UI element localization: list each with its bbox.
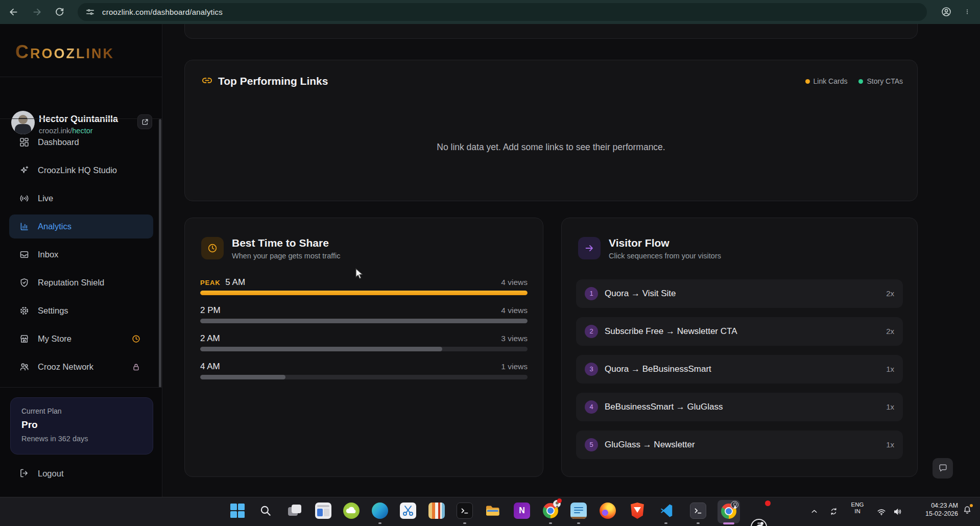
legend-dot-orange	[805, 79, 810, 84]
cloud-app-button[interactable]	[343, 503, 360, 519]
taskbar-search[interactable]	[257, 503, 274, 519]
volume-icon[interactable]	[893, 507, 903, 517]
running-indicator	[757, 522, 760, 524]
gear-icon	[19, 305, 30, 316]
sidebar-scrollbar[interactable]	[159, 119, 161, 388]
plan-renewal: Renews in 362 days	[21, 435, 88, 443]
list-item[interactable]: 3 Quora → BeBusinessSmart 1x	[576, 355, 903, 384]
reload-icon[interactable]	[54, 7, 65, 17]
browser-profile-icon[interactable]	[941, 6, 952, 17]
start-button[interactable]	[229, 503, 246, 519]
notepad-icon	[574, 507, 583, 508]
best-time-row: 4 AM 1 views	[200, 362, 528, 379]
bar-chart-icon	[19, 221, 30, 232]
inbox-icon	[19, 249, 30, 260]
logout-button[interactable]: Logout	[9, 462, 153, 485]
sidebar-item-dashboard[interactable]: Dashboard	[9, 130, 153, 154]
sidebar-item-label: Analytics	[38, 214, 71, 238]
running-indicator	[697, 522, 700, 524]
media-player-button[interactable]	[428, 503, 445, 519]
flow-label: BeBusinessSmart → GluGlass	[605, 393, 723, 421]
step-number-badge: 5	[585, 438, 598, 451]
legend-label: Story CTAs	[867, 77, 903, 85]
storefront-icon	[19, 333, 30, 344]
flow-count: 1x	[886, 355, 894, 384]
sidebar-item-label: Settings	[38, 299, 68, 323]
address-bar[interactable]: croozlink.com/dashboard/analytics	[78, 3, 927, 21]
broadcast-icon	[19, 193, 30, 204]
sidebar-item-reputation-shield[interactable]: Reputation Shield	[9, 271, 153, 295]
time-label: 4 AM	[200, 362, 220, 372]
sidebar-item-crooz-network[interactable]: Crooz Network	[9, 355, 153, 379]
flow-label: Quora → BeBusinessSmart	[605, 355, 711, 384]
sidebar-item-label: CroozLink HQ Studio	[38, 158, 117, 182]
browser-menu-icon[interactable]	[964, 6, 970, 17]
search-icon	[259, 504, 272, 517]
time-label: 2 PM	[200, 305, 221, 316]
list-item[interactable]: 1 Quora → Visit Site 2x	[576, 279, 903, 308]
notepad-button[interactable]	[570, 503, 587, 519]
language-line2: IN	[850, 508, 865, 515]
lock-icon	[131, 362, 141, 372]
wifi-icon[interactable]	[876, 507, 887, 517]
dashboard-icon	[19, 137, 30, 148]
task-view-button[interactable]	[286, 503, 303, 519]
current-plan-card: Current Plan Pro Renews in 362 days	[10, 397, 153, 455]
tray-language-indicator[interactable]: ENGIN	[850, 501, 865, 515]
bar-track	[200, 319, 528, 323]
language-line1: ENG	[850, 501, 865, 508]
chrome-profile-button[interactable]	[542, 503, 559, 519]
terminal-button[interactable]	[457, 503, 473, 519]
cloud-icon	[343, 503, 360, 519]
list-item[interactable]: 4 BeBusinessSmart → GluGlass 1x	[576, 393, 903, 421]
chrome-active-button[interactable]	[718, 500, 740, 523]
back-icon[interactable]	[8, 7, 19, 17]
bar-fill	[200, 375, 285, 379]
notepad-foot	[570, 517, 587, 519]
vscode-button[interactable]	[658, 503, 675, 519]
list-item[interactable]: 5 GluGlass → Newsletter 1x	[576, 431, 903, 459]
views-label: 4 views	[501, 306, 528, 315]
step-number-badge: 4	[585, 400, 598, 414]
sidebar-item-my-store[interactable]: My Store	[9, 327, 153, 351]
sidebar-item-analytics[interactable]: Analytics	[9, 214, 153, 238]
windows-terminal-icon	[692, 505, 704, 516]
notification-bell-icon[interactable]	[962, 505, 972, 515]
sidebar-item-label: Reputation Shield	[38, 271, 104, 295]
url-text[interactable]: croozlink.com/dashboard/analytics	[102, 3, 223, 21]
sidebar-item-inbox[interactable]: Inbox	[9, 243, 153, 267]
site-info-icon[interactable]	[85, 7, 95, 17]
sidebar-item-live[interactable]: Live	[9, 186, 153, 210]
tray-time: 04:23 AM	[914, 501, 958, 510]
file-explorer-button[interactable]	[485, 503, 501, 519]
windows-terminal-button[interactable]	[690, 503, 706, 519]
best-time-row: PEAK5 AM 4 views	[200, 277, 528, 295]
flow-count: 2x	[886, 317, 894, 346]
windows-logo-icon	[230, 504, 245, 518]
tray-sync-icon[interactable]	[829, 507, 838, 516]
snipping-tool-button[interactable]	[400, 503, 416, 519]
step-number-badge: 1	[585, 287, 598, 300]
sidebar-item-settings[interactable]: Settings	[9, 299, 153, 323]
onenote-button[interactable]: N	[514, 503, 530, 519]
tray-clock[interactable]: 04:23 AM 15-02-2026	[914, 501, 958, 518]
bar-fill	[200, 291, 528, 295]
tray-chevron-up-icon[interactable]	[810, 507, 819, 516]
sidebar-item-hq-studio[interactable]: CroozLink HQ Studio	[9, 158, 153, 182]
firefox-button[interactable]	[600, 503, 616, 519]
row-labels: 4 AM 1 views	[200, 362, 528, 373]
legend-link-cards: Link Cards	[805, 77, 848, 85]
arrow-right-icon	[578, 237, 601, 259]
forward-icon[interactable]	[32, 7, 42, 17]
time-label: 2 AM	[200, 333, 220, 344]
chat-widget-button[interactable]	[933, 458, 953, 479]
open-profile-button[interactable]	[137, 114, 152, 129]
flow-count: 1x	[886, 431, 894, 459]
brave-button[interactable]	[629, 503, 646, 519]
vscode-icon	[659, 503, 674, 518]
flow-count: 2x	[886, 279, 894, 308]
app-window-button[interactable]	[315, 503, 331, 519]
edge-button[interactable]	[372, 503, 388, 519]
legend: Link Cards Story CTAs	[805, 77, 903, 85]
list-item[interactable]: 2 Subscribe Free → Newsletter CTA 2x	[576, 317, 903, 346]
